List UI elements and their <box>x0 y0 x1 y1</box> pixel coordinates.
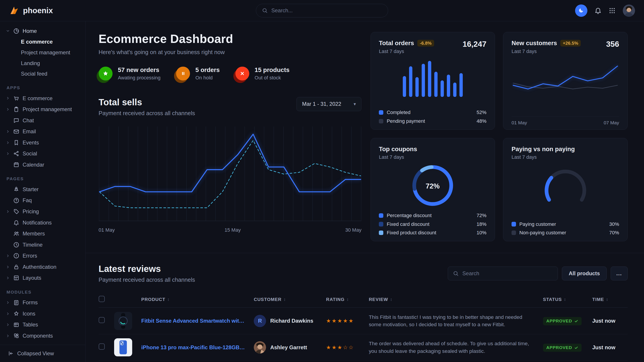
reviews-search-input[interactable] <box>462 270 553 277</box>
row-checkbox[interactable] <box>99 344 105 350</box>
new-customers-card: New customers+26.5% Last 7 days 356 01 M… <box>503 32 628 130</box>
share-icon <box>13 150 20 157</box>
product-link[interactable]: iPhone 13 pro max-Pacific Blue-128GB sto… <box>141 344 250 351</box>
sidebar-item-faq[interactable]: Faq <box>6 195 80 206</box>
sidebar-item-pricing[interactable]: Pricing <box>6 206 80 217</box>
sidebar-item-label: Components <box>22 333 53 339</box>
more-options-button[interactable]: ... <box>611 267 628 280</box>
stat-value: 57 new orders <box>118 66 161 73</box>
sidebar-item-project-management[interactable]: Project management <box>6 47 80 58</box>
all-products-button[interactable]: All products <box>562 267 607 280</box>
sidebar-item-forms[interactable]: Forms <box>6 297 80 308</box>
search-icon <box>262 7 268 13</box>
column-header-customer[interactable]: CUSTOMER↕ <box>254 297 323 302</box>
help-icon <box>13 197 20 204</box>
sidebar-item-chat[interactable]: Chat <box>6 115 80 126</box>
column-header-product[interactable]: PRODUCT↕ <box>141 297 250 302</box>
moon-icon <box>578 7 584 14</box>
sidebar-item-errors[interactable]: Errors <box>6 250 80 261</box>
card-period: Last 7 days <box>512 154 575 160</box>
collapse-icon <box>8 350 14 357</box>
date-range-select[interactable]: Mar 1 - 31, 2022 ▾ <box>296 97 362 111</box>
coupons-legend-item: Percentage discount72% <box>379 213 486 218</box>
product-thumbnail[interactable] <box>114 312 132 330</box>
sidebar-item-email[interactable]: Email <box>6 126 80 137</box>
sidebar-item-landing[interactable]: Landing <box>6 58 80 69</box>
column-header-status[interactable]: STATUS↕ <box>543 297 589 302</box>
legend-value: 52% <box>476 110 486 115</box>
sidebar-item-project-management[interactable]: Project management <box>6 104 80 115</box>
sidebar-item-social-feed[interactable]: Social feed <box>6 68 80 79</box>
caret-right-icon <box>6 254 10 258</box>
legend-value: 30% <box>609 221 619 227</box>
sidebar-item-calendar[interactable]: Calendar <box>6 159 80 170</box>
product-thumbnail[interactable] <box>114 338 132 357</box>
user-avatar[interactable] <box>623 4 635 17</box>
column-header-time[interactable]: TIME↕ <box>592 297 628 302</box>
sidebar-item-label: Faq <box>22 197 32 203</box>
sidebar-item-e-commerce[interactable]: E commerce <box>6 93 80 104</box>
review-text: The order was delivered ahead of schedul… <box>369 340 540 355</box>
search-icon <box>262 7 268 13</box>
sidebar-item-label: Members <box>22 231 45 237</box>
sidebar-item-e-commerce[interactable]: E commerce <box>6 36 80 47</box>
sidebar-item-tables[interactable]: Tables <box>6 319 80 331</box>
total-sells-title: Total sells <box>99 97 195 107</box>
collapse-view-toggle[interactable]: Collapsed View <box>0 345 85 362</box>
caret-right-icon <box>6 334 10 338</box>
sidebar-item-starter[interactable]: Starter <box>6 184 80 195</box>
calendar-icon <box>13 162 20 168</box>
reviews-search[interactable] <box>448 267 558 280</box>
column-label: TIME <box>592 297 604 302</box>
paying-legend: Paying customer30%Non-paying customer70% <box>512 218 619 236</box>
legend-label: Fixed product discount <box>387 230 436 236</box>
collapse-label: Collapsed View <box>17 350 54 357</box>
sidebar-item-layouts[interactable]: Layouts <box>6 272 80 284</box>
stat-awating-processing: 57 new ordersAwating processing <box>99 66 161 81</box>
latest-reviews-section: Latest reviews Payment received across a… <box>86 253 644 362</box>
stat-value: 5 orders <box>195 66 220 73</box>
topbar: phoenix <box>0 0 644 21</box>
global-search[interactable] <box>256 4 388 17</box>
star-icon <box>13 311 20 317</box>
sidebar-item-timeline[interactable]: Timeline <box>6 239 80 250</box>
donut-center-value: 72% <box>410 163 456 210</box>
total-sells-line-chart <box>99 126 362 224</box>
apps-grid-icon[interactable] <box>609 7 616 14</box>
theme-toggle-button[interactable] <box>575 4 588 17</box>
search-input[interactable] <box>271 7 382 14</box>
mail-icon <box>13 128 20 135</box>
layout-icon <box>13 275 20 281</box>
caret-right-icon <box>6 276 10 280</box>
sidebar-item-social[interactable]: Social <box>6 148 80 159</box>
sidebar-submenu: E commerceProject managementLandingSocia… <box>6 36 80 79</box>
column-header-review[interactable]: REVIEW↕ <box>369 297 540 302</box>
bookmark-icon <box>13 139 20 146</box>
row-checkbox[interactable] <box>99 317 105 323</box>
column-header-rating[interactable]: RATING↕ <box>326 297 366 302</box>
notifications-bell-icon[interactable] <box>594 7 602 14</box>
caret-right-icon <box>6 129 10 133</box>
sidebar-item-members[interactable]: Members <box>6 228 80 239</box>
sidebar-item-icons[interactable]: Icons <box>6 308 80 319</box>
users-icon <box>13 231 20 237</box>
column-label: STATUS <box>543 297 562 302</box>
clipboard-icon <box>13 106 20 112</box>
dashboard-section: Ecommerce Dashboard Here's what's going … <box>86 21 644 241</box>
total-sells-chart: 01 May 15 May 30 May <box>99 126 362 235</box>
reviews-table: PRODUCT↕CUSTOMER↕RATING↕REVIEW↕STATUS↕TI… <box>99 291 628 362</box>
sidebar-item-events[interactable]: Events <box>6 137 80 148</box>
sidebar-item-label: Forms <box>22 299 38 306</box>
sidebar-item-notifications[interactable]: Notifications <box>6 217 80 228</box>
sidebar-item-home[interactable]: Home <box>6 25 80 37</box>
page-subtitle: Here's what's going on at your business … <box>99 49 362 55</box>
sidebar-item-components[interactable]: Components <box>6 330 80 342</box>
brand[interactable]: phoenix <box>9 5 53 16</box>
sidebar-item-label: Timeline <box>22 242 42 248</box>
sort-icon: ↕ <box>284 297 286 302</box>
sidebar-item-authentication[interactable]: Authentication <box>6 261 80 273</box>
select-all-checkbox[interactable] <box>99 296 105 302</box>
product-link[interactable]: Fitbit Sense Advanced Smartwatch with To… <box>141 318 250 324</box>
legend-value: 72% <box>476 213 486 218</box>
sidebar-item-label: Social <box>22 150 37 157</box>
